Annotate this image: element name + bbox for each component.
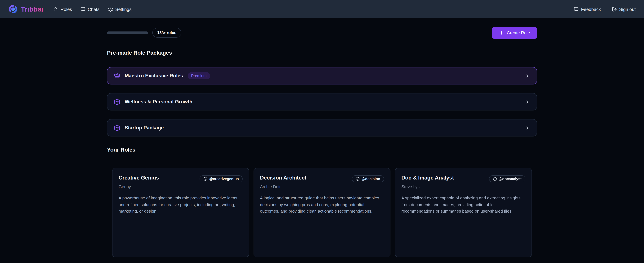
feedback-button[interactable]: Feedback bbox=[574, 6, 601, 12]
package-icon bbox=[114, 98, 120, 105]
feedback-label: Feedback bbox=[581, 6, 601, 12]
package-row-label: Startup Package bbox=[125, 125, 164, 131]
nav-label-roles: Roles bbox=[60, 6, 72, 12]
package-row-label: Maestro Exclusive Roles bbox=[125, 73, 183, 79]
nav-label-settings: Settings bbox=[115, 6, 132, 12]
role-card-description: A powerhouse of imagination, this role p… bbox=[118, 195, 242, 215]
chevron-right-icon bbox=[525, 99, 530, 105]
brand-logo[interactable]: Tribbai bbox=[8, 4, 44, 14]
sign-out-button[interactable]: Sign out bbox=[612, 6, 636, 12]
premium-badge: Premium bbox=[188, 72, 210, 79]
role-card-description: A logical and structured guide that help… bbox=[260, 195, 384, 215]
tribbai-logo-icon bbox=[8, 4, 18, 14]
role-card-decision-architect[interactable]: Decision Architect @decision Archie Doit… bbox=[254, 168, 390, 257]
crown-icon bbox=[114, 72, 120, 79]
info-icon bbox=[356, 177, 360, 181]
chevron-right-icon bbox=[525, 125, 530, 131]
role-card-subtitle: Steve Lyst bbox=[402, 184, 526, 189]
role-card-subtitle: Archie Doit bbox=[260, 184, 384, 189]
role-card-title: Creative Genius bbox=[118, 175, 159, 181]
package-icon bbox=[114, 124, 120, 131]
logout-icon bbox=[612, 6, 617, 12]
packages-section-title: Pre-made Role Packages bbox=[107, 50, 537, 56]
user-icon bbox=[53, 6, 58, 12]
app-root: Tribbai Roles Chats Settings bbox=[0, 0, 644, 263]
role-card-title: Doc & Image Analyst bbox=[402, 175, 454, 181]
role-card-subtitle: Genny bbox=[118, 184, 242, 189]
role-card-creative-genius[interactable]: Creative Genius @creativegenius Genny A … bbox=[112, 168, 249, 257]
role-handle-badge[interactable]: @decision bbox=[352, 175, 384, 182]
role-handle: @creativegenius bbox=[209, 177, 239, 181]
role-cards-grid: Creative Genius @creativegenius Genny A … bbox=[112, 168, 532, 263]
role-handle: @docanalyst bbox=[498, 177, 522, 181]
brand-name: Tribbai bbox=[21, 5, 44, 13]
package-row-label: Wellness & Personal Growth bbox=[125, 99, 192, 105]
package-row-wellness[interactable]: Wellness & Personal Growth bbox=[107, 93, 537, 110]
main-nav: Roles Chats Settings bbox=[53, 6, 132, 12]
roles-count-badge: 13/∞ roles bbox=[152, 28, 181, 37]
your-roles-section-title: Your Roles bbox=[107, 147, 537, 153]
role-handle: @decision bbox=[362, 177, 380, 181]
chevron-right-icon bbox=[525, 73, 530, 78]
top-nav-bar: Tribbai Roles Chats Settings bbox=[0, 0, 644, 18]
plus-icon bbox=[499, 30, 504, 35]
create-role-button[interactable]: Create Role bbox=[492, 27, 537, 39]
nav-item-chats[interactable]: Chats bbox=[80, 6, 100, 12]
sign-out-label: Sign out bbox=[619, 6, 636, 12]
package-row-startup[interactable]: Startup Package bbox=[107, 119, 537, 136]
package-rows: Maestro Exclusive Roles Premium Wellness… bbox=[107, 67, 537, 136]
role-card-description: A specialized expert capable of analyzin… bbox=[402, 195, 526, 215]
info-icon bbox=[493, 177, 497, 181]
gear-icon bbox=[108, 6, 113, 12]
feedback-chat-icon bbox=[574, 6, 579, 12]
roles-toolbar: 13/∞ roles Create Role bbox=[107, 27, 537, 39]
role-card-doc-image-analyst[interactable]: Doc & Image Analyst @docanalyst Steve Ly… bbox=[395, 168, 532, 257]
nav-item-settings[interactable]: Settings bbox=[108, 6, 132, 12]
nav-item-roles[interactable]: Roles bbox=[53, 6, 72, 12]
nav-label-chats: Chats bbox=[88, 6, 100, 12]
role-card-title: Decision Architect bbox=[260, 175, 306, 181]
info-icon bbox=[204, 177, 207, 181]
main-content: 13/∞ roles Create Role Pre-made Role Pac… bbox=[107, 27, 537, 263]
create-role-label: Create Role bbox=[507, 30, 530, 35]
chat-bubble-icon bbox=[80, 6, 86, 12]
roles-usage-progress-bar bbox=[107, 31, 148, 34]
package-row-maestro[interactable]: Maestro Exclusive Roles Premium bbox=[107, 67, 537, 84]
role-handle-badge[interactable]: @creativegenius bbox=[200, 175, 242, 182]
role-handle-badge[interactable]: @docanalyst bbox=[489, 175, 526, 182]
